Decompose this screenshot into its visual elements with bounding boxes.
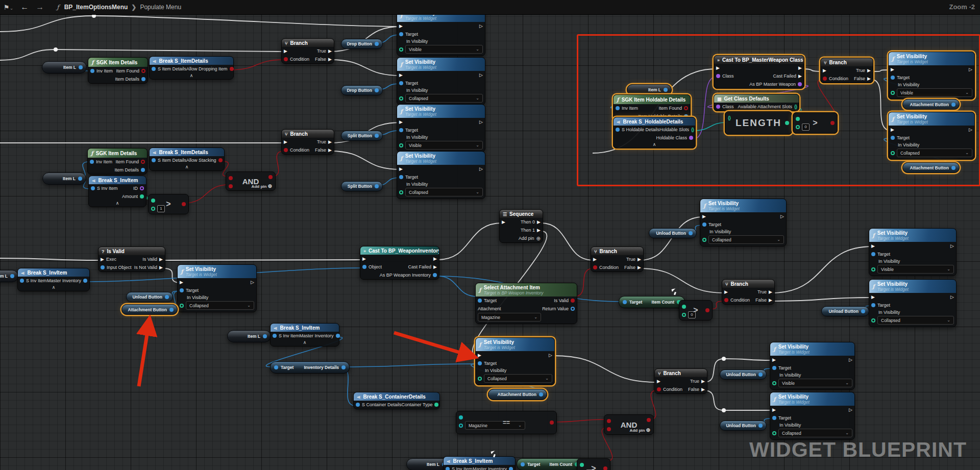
in-visibility-pin[interactable]: [399, 143, 403, 147]
select-attachment-item[interactable]: ƒSelect Attachment ItemTarget is BP Weap…: [475, 283, 577, 324]
split-button-2[interactable]: Split Button: [341, 181, 383, 191]
break-s-holdabledetails[interactable]: ⋖Break S_HoldableDetailsS Holdable Detai…: [613, 117, 696, 149]
is-valid[interactable]: ?Is Valid▶ExecIs Valid▶Input ObjectIs No…: [98, 246, 165, 272]
visibility-dropdown[interactable]: Collapsed⌄: [708, 235, 784, 244]
in-visibility-pin[interactable]: [702, 238, 706, 242]
in-visibility-pin[interactable]: [871, 318, 875, 323]
set-visibility-mid-r1[interactable]: ƒSet VisibilityTarget is Widget▶▷TargetI…: [869, 228, 957, 276]
inv-item-pin[interactable]: [90, 69, 94, 73]
split-button-1[interactable]: Split Button: [341, 131, 383, 141]
pin-exec-pin[interactable]: ▷: [849, 358, 852, 362]
collapse-chevron-icon[interactable]: ∧: [18, 285, 89, 291]
s-container-details-pin[interactable]: [356, 403, 360, 407]
pill-item-l-2[interactable]: Item L: [42, 172, 86, 185]
item-details-pin[interactable]: [141, 168, 145, 172]
pin-exec-pin[interactable]: ▶: [399, 120, 403, 125]
allow-dropping-item-pin[interactable]: [230, 67, 234, 71]
set-visibility-1[interactable]: ƒSet VisibilityTarget is Widget▶▷TargetI…: [397, 8, 485, 56]
item-details-pin[interactable]: [141, 77, 145, 81]
s-inv-item-pin[interactable]: [446, 467, 450, 470]
set-visibility-br1[interactable]: ƒSet VisibilityTarget is Widget▶▷TargetI…: [770, 342, 855, 390]
item-found-pin[interactable]: [141, 69, 145, 73]
set-visibility-red-1[interactable]: ƒSet VisibilityTarget is Widget▶▷TargetI…: [888, 52, 975, 100]
input-object-pin[interactable]: [101, 265, 105, 269]
allow-stacking-pin[interactable]: [218, 158, 223, 162]
blueprint-canvas[interactable]: ⚑⌄ ← → ƒ BP_ItemOptionsMenu ❯ Populate M…: [0, 0, 980, 470]
true-exec-pin[interactable]: ▶: [638, 257, 641, 262]
attachment-button-r2[interactable]: Attachment Button: [902, 162, 960, 173]
visibility-dropdown[interactable]: Collapsed⌄: [186, 301, 254, 310]
is-valid-pin[interactable]: [571, 299, 575, 303]
drop-button-pin[interactable]: [375, 42, 379, 46]
collapse-chevron-icon[interactable]: ∧: [150, 73, 233, 79]
pin-exec-pin[interactable]: ▶: [772, 358, 776, 362]
pin-exec-pin[interactable]: ▷: [969, 67, 972, 72]
pin-exec-pin[interactable]: ▶: [823, 68, 826, 73]
target-pin[interactable]: [891, 136, 895, 140]
item-l-pin[interactable]: [664, 88, 668, 92]
pin-exec-pin[interactable]: ▶: [772, 408, 776, 412]
unload-button-5[interactable]: Unload Button: [720, 420, 767, 431]
op-out-pin[interactable]: [268, 175, 273, 179]
pin-exec-pin[interactable]: ▶: [657, 379, 660, 384]
is-not-valid-exec-pin[interactable]: ▶: [159, 265, 163, 270]
breadcrumb-root[interactable]: BP_ItemOptionsMenu: [64, 4, 128, 11]
master-inventory-pin[interactable]: [509, 467, 513, 470]
break-s-invitem-1[interactable]: ⋖Break S_InvItemS Inv ItemIDAmount∧: [88, 176, 146, 207]
pin-exec-pin[interactable]: ▶: [284, 49, 287, 54]
item-found-pin[interactable]: [684, 106, 688, 110]
inventory-details-pin[interactable]: [341, 365, 346, 369]
in-visibility-pin[interactable]: [478, 377, 482, 381]
branch-5[interactable]: ⑂Branch▶True▶ConditionFalse▶: [654, 368, 707, 394]
condition-pin[interactable]: [593, 265, 597, 269]
set-visibility-mid[interactable]: ƒSet VisibilityTarget is Widget▶▷TargetI…: [700, 199, 787, 246]
target-pin[interactable]: [478, 299, 482, 303]
get-class-defaults[interactable]: ▦Get Class DefaultsClassAvailable Attach…: [714, 94, 799, 111]
cast-failed-exec-pin[interactable]: ▶: [433, 265, 437, 269]
collapse-chevron-icon[interactable]: ∧: [614, 142, 695, 148]
s-inv-item-pin[interactable]: [20, 279, 24, 283]
item-found-pin[interactable]: [141, 160, 145, 164]
back-icon[interactable]: ←: [20, 3, 29, 12]
pin-exec-pin[interactable]: ▶: [502, 220, 505, 225]
false-exec-pin[interactable]: ▶: [328, 57, 332, 62]
pin-exec-pin[interactable]: ▶: [891, 128, 894, 132]
item-count-1[interactable]: TargetItem Count: [619, 296, 685, 308]
breadcrumb-current[interactable]: Populate Menu: [140, 4, 181, 11]
in-visibility-pin[interactable]: [399, 47, 403, 52]
s-item-details-pin[interactable]: [152, 67, 156, 71]
pin-exec-pin[interactable]: ▷: [479, 120, 483, 125]
unload-button-pin[interactable]: [861, 309, 865, 313]
pin-exec-pin[interactable]: ▶: [702, 214, 706, 219]
pill-item-l-3[interactable]: Item L: [627, 84, 672, 95]
pin-exec-pin[interactable]: ▶: [871, 244, 875, 249]
target-pin[interactable]: [399, 81, 403, 85]
pin-exec-pin[interactable]: ▷: [479, 24, 483, 29]
condition-pin[interactable]: [284, 148, 288, 152]
in-visibility-pin[interactable]: [399, 190, 403, 194]
op-out-pin[interactable]: [705, 308, 709, 312]
attachment-button-pin[interactable]: [169, 308, 174, 312]
sgk-item-details-1[interactable]: ƒSGK Item DetailsInv ItemItem FoundItem …: [88, 57, 148, 84]
as-bp-master-weapon-pin[interactable]: [798, 82, 802, 86]
pin-exec-pin[interactable]: ▶: [891, 67, 894, 72]
wire-reroute-dot[interactable]: [722, 408, 726, 412]
collapse-chevron-icon[interactable]: ∧: [271, 340, 339, 346]
op-out-pin[interactable]: [785, 121, 789, 125]
target-pin[interactable]: [180, 288, 184, 292]
enum-dropdown[interactable]: Magazine⌄: [478, 313, 541, 321]
class-pin[interactable]: [716, 105, 720, 109]
set-visibility-mid-r2[interactable]: ƒSet VisibilityTarget is Widget▶▷TargetI…: [869, 279, 957, 327]
cast-masterweapon[interactable]: »Cast To BP_MasterWeapon Class▶▶ClassCas…: [714, 55, 804, 89]
attachment-button-r1[interactable]: Attachment Button: [902, 99, 960, 110]
branch-3[interactable]: ⑂Branch▶True▶ConditionFalse▶: [591, 246, 644, 272]
pin-exec-pin[interactable]: ▶: [180, 280, 183, 285]
item-l-pin[interactable]: [79, 65, 83, 69]
op-out-pin[interactable]: [603, 466, 607, 470]
cast-failed-exec-pin[interactable]: ▶: [798, 74, 802, 79]
target-pin[interactable]: [871, 303, 875, 307]
in-visibility-pin[interactable]: [891, 91, 895, 95]
wire-reroute-dot[interactable]: [722, 357, 726, 361]
pin-exec-pin[interactable]: ▷: [479, 73, 483, 78]
break-s-invitem-0[interactable]: ⋖Break S_InvItemS Inv ItemMaster Invento…: [17, 268, 90, 291]
